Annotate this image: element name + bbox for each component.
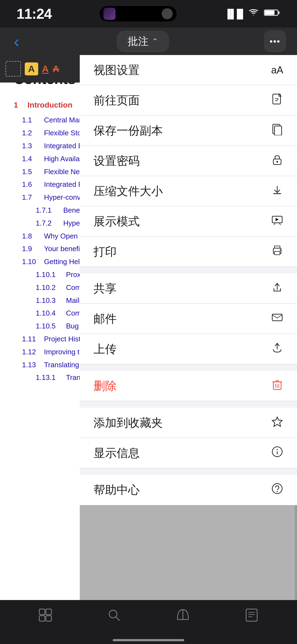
menu-label-compress: 压缩文件大小: [94, 183, 163, 199]
nav-bar: ‹ 批注 ⌃ •••: [0, 28, 297, 55]
menu-label-save-copy: 保存一份副本: [94, 123, 163, 138]
svg-rect-15: [274, 251, 280, 255]
menu-divider-1: [80, 267, 297, 273]
goto-page-icon: [271, 93, 283, 108]
status-icons: ▐▌█: [224, 9, 280, 19]
menu-label-delete: 删除: [94, 378, 117, 394]
wifi-icon: [248, 9, 259, 19]
select-tool[interactable]: [6, 61, 21, 76]
nav-more-button[interactable]: •••: [264, 30, 286, 52]
present-icon: [271, 214, 283, 229]
share-icon: [271, 281, 283, 296]
nav-title-label: 批注: [128, 34, 148, 48]
svg-rect-39: [246, 609, 257, 621]
menu-label-favorite: 添加到收藏夹: [94, 415, 163, 431]
menu-item-set-password[interactable]: 设置密码: [80, 146, 297, 176]
battery-icon: [264, 9, 280, 19]
menu-item-favorite[interactable]: 添加到收藏夹: [80, 408, 297, 438]
info-icon: [271, 446, 283, 461]
menu-item-present[interactable]: 展示模式: [80, 206, 297, 237]
svg-point-9: [276, 161, 278, 163]
svg-point-28: [277, 449, 278, 450]
tab-item-notes[interactable]: [244, 608, 259, 626]
svg-marker-13: [276, 218, 279, 221]
di-thumbnail: [103, 8, 116, 20]
menu-item-print[interactable]: 打印: [80, 237, 297, 267]
svg-rect-1: [278, 11, 280, 14]
menu-label-info: 显示信息: [94, 445, 140, 461]
print-icon: [271, 244, 283, 259]
search-tab-icon: [107, 608, 121, 626]
highlight-tool[interactable]: A: [25, 62, 38, 75]
svg-rect-33: [39, 616, 45, 621]
menu-item-upload[interactable]: 上传: [80, 334, 297, 364]
tab-bar: [0, 600, 297, 644]
nav-chevron-icon: ⌃: [152, 37, 158, 46]
svg-point-35: [109, 610, 117, 618]
menu-item-delete[interactable]: 删除: [80, 371, 297, 401]
menu-divider-3: [80, 401, 297, 408]
menu-label-set-password: 设置密码: [94, 153, 140, 169]
status-bar: 11:24 ▐▌█: [0, 0, 297, 28]
menu-label-share: 共享: [94, 281, 117, 296]
signal-icon: ▐▌█: [224, 9, 243, 19]
menu-item-info[interactable]: 显示信息: [80, 438, 297, 468]
svg-marker-25: [272, 417, 282, 426]
svg-rect-31: [39, 609, 45, 615]
menu-label-goto-page: 前往页面: [94, 93, 140, 108]
svg-rect-18: [272, 314, 282, 321]
underline-tool[interactable]: A: [42, 64, 49, 74]
view-settings-icon: aA: [271, 64, 283, 76]
home-indicator: [113, 639, 184, 641]
notes-icon: [244, 608, 259, 626]
svg-rect-3: [273, 94, 280, 104]
menu-overlay[interactable]: 视图设置 aA 前往页面 保存一份副本: [80, 55, 297, 644]
menu-item-goto-page[interactable]: 前往页面: [80, 85, 297, 116]
more-icon: •••: [270, 36, 280, 46]
svg-rect-34: [46, 616, 51, 621]
save-copy-icon: [271, 123, 283, 138]
nav-title-button[interactable]: 批注 ⌃: [117, 31, 169, 52]
upload-icon: [271, 342, 283, 357]
tab-item-reader[interactable]: [176, 608, 190, 626]
tab-item-search[interactable]: [107, 608, 121, 626]
menu-item-view-settings[interactable]: 视图设置 aA: [80, 55, 297, 85]
menu-item-save-copy[interactable]: 保存一份副本: [80, 116, 297, 146]
menu-divider-2: [80, 364, 297, 371]
dynamic-island: [100, 6, 177, 21]
svg-line-36: [116, 617, 120, 621]
di-right: [162, 8, 173, 19]
compress-icon: [271, 184, 283, 199]
menu-label-view-settings: 视图设置: [94, 62, 140, 78]
grid-icon: [38, 608, 53, 626]
svg-point-30: [277, 491, 278, 492]
tab-item-grid[interactable]: [38, 608, 53, 626]
menu-item-help[interactable]: 帮助中心: [80, 475, 297, 505]
password-icon: [271, 154, 283, 168]
menu-label-email: 邮件: [94, 311, 117, 327]
help-icon: [271, 483, 283, 497]
menu-divider-4: [80, 468, 297, 475]
menu-item-email[interactable]: 邮件: [80, 304, 297, 334]
favorite-icon: [271, 415, 283, 430]
menu-label-present: 展示模式: [94, 214, 140, 229]
reader-icon: [176, 608, 190, 626]
svg-rect-7: [274, 126, 282, 135]
menu-label-upload: 上传: [94, 341, 117, 357]
delete-icon: [271, 379, 283, 393]
menu-item-share[interactable]: 共享: [80, 273, 297, 304]
menu-item-compress[interactable]: 压缩文件大小: [80, 176, 297, 206]
back-button[interactable]: ‹: [11, 29, 22, 54]
strikethrough-tool[interactable]: A: [53, 64, 59, 74]
dropdown-menu: 视图设置 aA 前往页面 保存一份副本: [80, 55, 297, 505]
svg-rect-2: [265, 10, 274, 15]
menu-label-help: 帮助中心: [94, 482, 140, 498]
svg-point-16: [280, 250, 281, 251]
annotation-toolbar: A A A: [0, 55, 80, 83]
status-time: 11:24: [16, 6, 52, 22]
menu-label-print: 打印: [94, 244, 117, 259]
svg-rect-32: [46, 609, 51, 615]
svg-point-29: [272, 484, 282, 494]
email-icon: [271, 311, 283, 326]
